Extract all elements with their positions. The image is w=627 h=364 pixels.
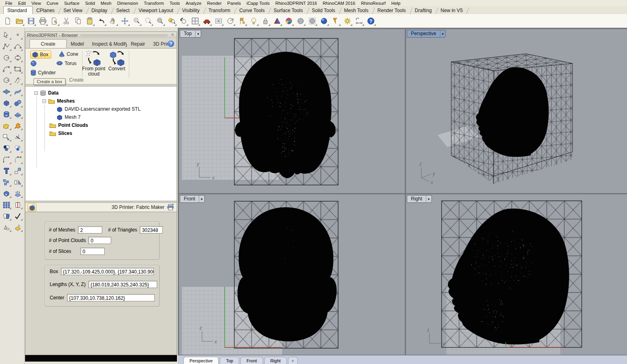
palette-polyline-icon[interactable] [1, 42, 12, 51]
viewport-top-title[interactable]: Top ▾ [180, 30, 201, 38]
palette-blend-curve-icon[interactable] [13, 76, 23, 85]
palette-split-icon[interactable] [13, 200, 23, 210]
viewport-perspective-title[interactable]: Perspective ▾ [407, 30, 446, 38]
tree-item-mesh7[interactable]: Mesh 7 [25, 113, 177, 121]
palette-boolean-icon[interactable] [1, 223, 12, 232]
car-icon[interactable] [201, 15, 213, 27]
palette-group-icon[interactable] [1, 211, 12, 221]
menu-view[interactable]: View [29, 1, 44, 6]
paste-icon[interactable] [84, 15, 95, 27]
printer-icon[interactable] [166, 204, 175, 211]
rotate-view-icon[interactable] [119, 15, 130, 27]
palette-ellipse-icon[interactable] [13, 53, 23, 63]
circle-axis-icon[interactable] [225, 15, 236, 27]
new-viewport-tab-icon[interactable]: + [288, 357, 298, 364]
lock-icon[interactable] [260, 15, 271, 27]
point-clouds-count-field[interactable]: 0 [88, 237, 111, 244]
cylinder-button[interactable]: Cylinder [30, 69, 56, 76]
palette-polygon-icon[interactable] [1, 76, 12, 85]
tree-item-data[interactable]: − Data [25, 89, 177, 97]
palette-select-icon[interactable] [1, 30, 12, 40]
menu-analyze[interactable]: Analyze [183, 1, 204, 6]
menu-panels[interactable]: Panels [225, 1, 244, 6]
notify-flag-icon[interactable] [330, 15, 341, 27]
palette-box-icon[interactable] [1, 98, 12, 108]
box-bounds-field[interactable]: {17.320,-109.425,0.000}, {197.340,130.90… [61, 268, 154, 275]
color-wheel-icon[interactable] [283, 15, 295, 27]
palette-extrude-icon[interactable] [13, 189, 23, 198]
menu-transform[interactable]: Transform [141, 1, 167, 6]
tab-cplanes[interactable]: CPlanes [33, 6, 60, 14]
tab-create[interactable]: Create [29, 39, 67, 48]
undo-icon[interactable] [96, 15, 107, 27]
cone-button[interactable]: Cone [59, 51, 78, 57]
palette-surface-icon[interactable] [13, 87, 23, 97]
viewport-tab-top[interactable]: Top [220, 357, 239, 364]
close-icon[interactable]: × [170, 33, 175, 38]
tab-display[interactable]: Display [88, 6, 112, 14]
shaded-view-icon[interactable] [271, 15, 283, 27]
palette-rectangle-icon[interactable] [13, 64, 23, 74]
slices-count-field[interactable]: 0 [80, 248, 105, 255]
menu-rhinoresurf[interactable]: RhinoResurf [358, 1, 388, 6]
viewport-tab-perspective[interactable]: Perspective [183, 357, 219, 364]
zoom-window-icon[interactable] [143, 15, 154, 27]
palette-array-icon[interactable] [1, 200, 12, 210]
chevron-down-icon[interactable]: ▾ [440, 30, 446, 37]
collapse-icon[interactable]: − [34, 91, 38, 95]
tab-viewport-layout[interactable]: Viewport Layout [135, 6, 179, 14]
chevron-down-icon[interactable]: ▾ [426, 196, 431, 202]
export-icon[interactable] [49, 15, 60, 27]
palette-trim-icon[interactable] [1, 132, 12, 142]
copy-icon[interactable] [72, 15, 84, 27]
palette-mirror-icon[interactable] [13, 177, 23, 187]
point-marker-icon[interactable] [236, 15, 248, 27]
menu-render[interactable]: Render [204, 1, 225, 6]
viewport-layout-icon[interactable] [189, 15, 201, 27]
palette-curve-icon[interactable] [13, 42, 23, 51]
menu-rhinocam[interactable]: RhinoCAM 2016 [320, 1, 358, 6]
box-button[interactable]: Box [30, 50, 51, 59]
menu-file[interactable]: File [2, 1, 15, 6]
tab-render-tools[interactable]: Render Tools [374, 6, 411, 14]
render-blue-sphere-icon[interactable] [318, 15, 330, 27]
palette-point-icon[interactable] [13, 30, 23, 40]
palette-check-icon[interactable] [13, 211, 23, 221]
zoom-extents-icon[interactable] [166, 15, 177, 27]
center-field[interactable]: {107.330,10.738,120.162} [67, 294, 155, 301]
tab-mesh-tools[interactable]: Mesh Tools [341, 6, 374, 14]
tab-repair[interactable]: Repair [127, 40, 149, 48]
tab-select[interactable]: Select [113, 6, 135, 14]
menu-surface[interactable]: Surface [61, 1, 82, 6]
tree-item-slices[interactable]: Slices [25, 129, 177, 137]
tab-visibility[interactable]: Visibility [179, 6, 205, 14]
viewport-front-title[interactable]: Front ▾ [180, 195, 205, 203]
undo-view-icon[interactable] [178, 15, 189, 27]
triangles-count-field[interactable]: 302348 [140, 226, 163, 234]
menu-dimension[interactable]: Dimension [114, 1, 141, 6]
palette-blocks-icon[interactable] [1, 177, 12, 187]
zoom-icon[interactable] [131, 15, 142, 27]
menu-solid[interactable]: Solid [82, 1, 98, 6]
tab-surface-tools[interactable]: Surface Tools [270, 6, 308, 14]
menu-help[interactable]: Help [389, 1, 404, 6]
dimension-icon[interactable] [353, 15, 365, 27]
viewport-tab-front[interactable]: Front [240, 357, 263, 364]
palette-sweep-icon[interactable] [13, 223, 23, 232]
lengths-field[interactable]: {180.019,240.325,240.325} [88, 281, 157, 288]
new-file-icon[interactable] [2, 15, 13, 27]
menu-curve[interactable]: Curve [44, 1, 61, 6]
viewport-front[interactable]: z x Front ▾ [179, 194, 405, 355]
convert-button[interactable]: Convert [105, 50, 128, 72]
torus-button[interactable]: Torus [56, 60, 76, 66]
tab-curve-tools[interactable]: Curve Tools [236, 6, 270, 14]
menu-edit[interactable]: Edit [15, 1, 29, 6]
palette-fillet-handles-icon[interactable] [13, 155, 23, 164]
tab-model[interactable]: Model [67, 40, 88, 48]
palette-solid-icon[interactable] [1, 189, 12, 198]
palette-text-icon[interactable] [1, 166, 12, 176]
tab-inspect-modify[interactable]: Inspect & Modify [88, 40, 127, 48]
tab-set-view[interactable]: Set View [60, 6, 88, 14]
viewport-perspective[interactable]: z y x Perspective ▾ [406, 29, 627, 193]
menu-mesh[interactable]: Mesh [98, 1, 114, 6]
